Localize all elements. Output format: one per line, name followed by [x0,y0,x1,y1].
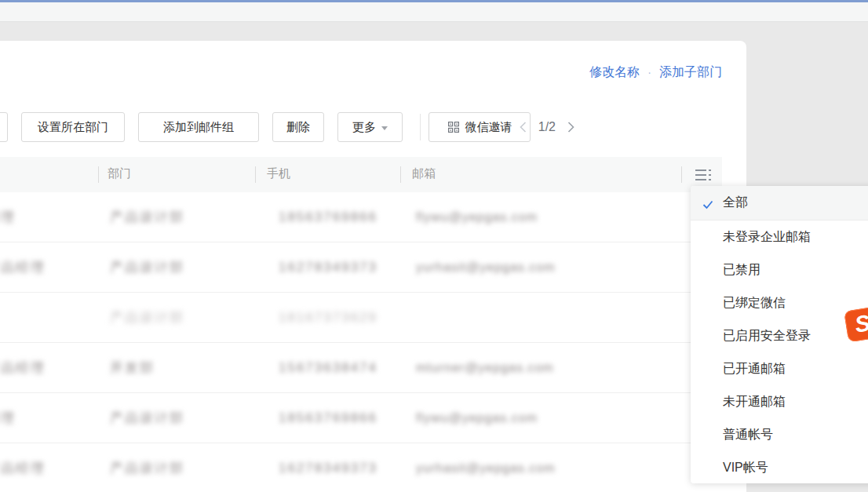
column-separator [255,166,256,183]
filter-menu-item-label: 未登录企业邮箱 [723,229,811,246]
pagination: 1/2 [517,112,577,142]
screenshot-tool-watermark: S [844,306,868,343]
chevron-right-icon [567,121,575,133]
filter-menu-item-label: VIP帐号 [723,460,768,476]
filter-dropdown-menu: 全部 未登录企业邮箱 已禁用 已绑定微信 [691,186,868,483]
page-indicator: 1/2 [538,120,556,134]
filter-menu-item-label: 已启用安全登录 [723,328,811,344]
member-name-cell: 产品经理 [0,443,46,492]
add-sub-department-link[interactable]: 添加子部门 [659,64,722,81]
table-row[interactable]: 产品设计部 18167373629 [0,293,746,343]
member-mobile-cell: 18563769866 [279,192,377,242]
member-mobile-cell: 18563769866 [279,393,377,443]
column-separator [400,166,401,183]
column-header-mobile: 手机 [267,166,290,181]
more-button[interactable]: 更多 [337,112,403,142]
filter-menu-item[interactable]: 未开通邮箱 [691,385,868,418]
member-name-cell: 产品经理 [0,242,46,292]
filter-menu-item-label: 全部 [723,195,748,211]
chevron-left-icon [519,121,527,133]
set-department-button[interactable]: 设置所在部门 [21,112,125,142]
column-header-email: 邮箱 [412,166,436,181]
table-row[interactable]: 经理 产品设计部 18563769866 flywu@yepgas.com [0,192,746,242]
toolbar-divider [420,114,421,140]
top-band [0,2,868,22]
filter-menu-item-label: 未开通邮箱 [723,394,786,410]
table-header: 部门 手机 邮箱 [0,157,722,193]
member-email-cell: yurhasit@yepgas.com [416,242,556,292]
admin-member-list-screen: 修改名称 · 添加子部门 设置所在部门 添加到邮件组 删除 更多 [0,0,868,492]
filter-menu-item-label: 已绑定微信 [723,295,786,312]
prev-page-button[interactable] [517,119,529,135]
department-actions: 修改名称 · 添加子部门 [589,63,722,82]
filter-menu-item[interactable]: 未登录企业邮箱 [691,220,868,253]
column-header-department: 部门 [108,166,131,181]
filter-menu-item[interactable]: 普通帐号 [691,418,868,451]
filter-menu-item[interactable]: 已开通邮箱 [691,352,868,385]
table-row[interactable]: 产品经理 产品设计部 16278349373 yurhasit@yepgas.c… [0,242,746,293]
check-icon [702,199,713,213]
wechat-invite-label: 微信邀请 [465,120,512,135]
more-button-label: 更多 [352,120,376,135]
column-separator [681,166,682,183]
filter-menu-item[interactable]: 已绑定微信 [691,286,868,319]
add-to-mail-group-button[interactable]: 添加到邮件组 [138,112,259,142]
modify-name-link[interactable]: 修改名称 [589,64,640,81]
delete-button[interactable]: 删除 [272,112,324,142]
member-name-cell: 经理 [0,393,16,443]
table-row[interactable]: 产品经理 开发部 15673638474 mturner@yepgas.com [0,343,746,393]
wechat-invite-button[interactable]: 微信邀请 [429,112,531,142]
table-row[interactable]: 产品经理 产品设计部 16278349373 yurhasit@yepgas.c… [0,443,746,492]
member-department-cell: 产品设计部 [110,293,184,342]
partial-button[interactable] [0,112,8,142]
member-email-cell: mturner@yepgas.com [416,343,554,392]
member-email-cell: flywu@yepgas.com [416,393,538,443]
filter-menu-item-label: 已禁用 [723,262,760,279]
member-department-cell: 产品设计部 [110,242,184,292]
filter-menu-item[interactable]: 已禁用 [691,253,868,286]
member-email-cell: flywu@yepgas.com [416,192,538,242]
list-filter-icon[interactable] [695,166,716,184]
table-row[interactable]: 经理 产品设计部 18563769866 flywu@yepgas.com [0,393,746,443]
next-page-button[interactable] [565,119,577,135]
member-email-cell: yurhasit@yepgas.com [416,443,556,492]
filter-menu-item[interactable]: 已启用安全登录 [691,319,868,352]
table-body: 经理 产品设计部 18563769866 flywu@yepgas.com 产品… [0,192,746,492]
member-department-cell: 产品设计部 [110,192,184,242]
filter-menu-item[interactable]: VIP帐号 [691,451,868,483]
filter-menu-item-label: 已开通邮箱 [723,361,786,377]
member-mobile-cell: 18167373629 [279,293,377,342]
column-separator [98,166,99,183]
member-mobile-cell: 16278349373 [279,443,377,492]
link-separator: · [647,66,651,78]
chevron-down-icon [381,126,388,130]
member-department-cell: 产品设计部 [110,443,184,492]
member-name-cell: 产品经理 [0,343,46,392]
member-mobile-cell: 15673638474 [279,343,377,392]
member-department-cell: 开发部 [110,343,155,392]
qr-code-icon [447,121,460,133]
member-mobile-cell: 16278349373 [279,242,377,292]
member-department-cell: 产品设计部 [110,393,184,443]
filter-menu-item-label: 普通帐号 [723,427,773,443]
filter-menu-item[interactable]: 全部 [691,186,868,220]
member-name-cell: 经理 [0,192,16,242]
toolbar: 设置所在部门 添加到邮件组 删除 更多 [0,112,746,144]
